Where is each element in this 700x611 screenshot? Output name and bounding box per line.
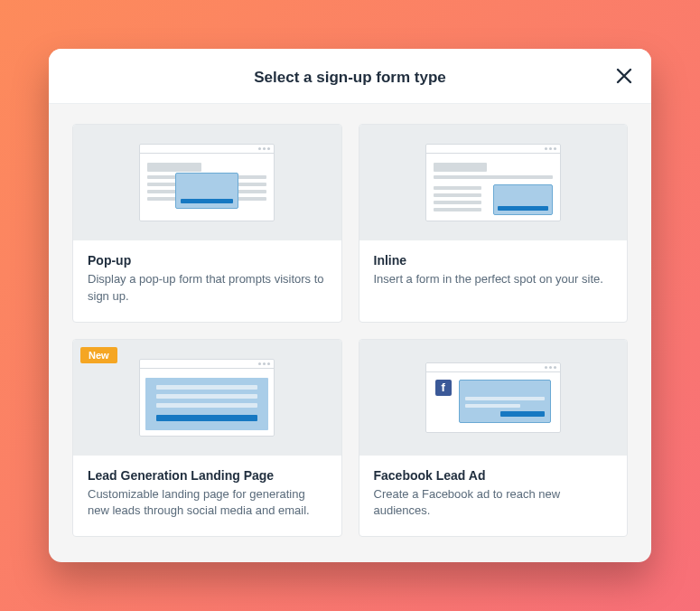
card-facebook-lead-ad[interactable]: f Facebook Lead Ad Create a Facebook ad … xyxy=(359,339,629,538)
card-description: Create a Facebook ad to reach new audien… xyxy=(374,486,613,521)
popup-illustration xyxy=(73,125,341,240)
inline-illustration xyxy=(359,125,628,240)
card-description: Display a pop-up form that prompts visit… xyxy=(88,271,327,306)
card-title: Facebook Lead Ad xyxy=(374,468,613,483)
dialog-title: Select a sign-up form type xyxy=(67,69,633,87)
card-inline[interactable]: Inline Insert a form in the perfect spot… xyxy=(359,124,629,323)
facebook-illustration: f xyxy=(359,340,628,456)
card-title: Inline xyxy=(374,253,613,268)
signup-form-type-dialog: Select a sign-up form type xyxy=(49,49,651,562)
form-type-grid: Pop-up Display a pop-up form that prompt… xyxy=(49,104,651,537)
close-icon xyxy=(613,65,635,87)
card-popup[interactable]: Pop-up Display a pop-up form that prompt… xyxy=(72,124,342,323)
facebook-icon: f xyxy=(435,380,452,396)
card-title: Lead Generation Landing Page xyxy=(88,468,327,483)
card-description: Customizable landing page for generating… xyxy=(88,486,327,521)
dialog-header: Select a sign-up form type xyxy=(49,49,651,104)
card-description: Insert a form in the perfect spot on you… xyxy=(374,271,613,288)
landing-page-illustration: New xyxy=(73,340,341,456)
card-landing-page[interactable]: New Lead Generation Landing Page xyxy=(72,339,342,538)
new-badge: New xyxy=(80,347,117,363)
close-button[interactable] xyxy=(613,65,635,87)
card-title: Pop-up xyxy=(88,253,327,268)
